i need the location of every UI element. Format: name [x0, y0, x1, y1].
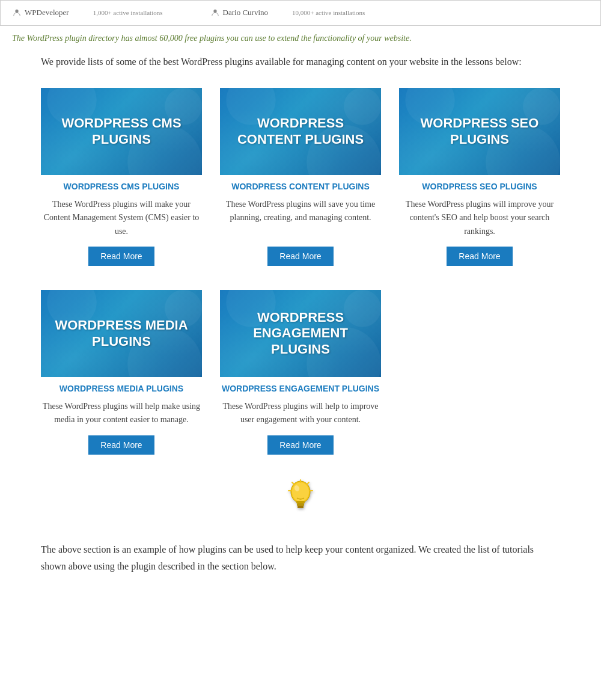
author1-stats: 1,000+ active installations	[93, 8, 163, 19]
svg-rect-21	[297, 506, 304, 508]
card-seo-description: These WordPress plugins will improve you…	[399, 198, 560, 238]
card-media: WORDPRESS MEDIA PLUGINS WORDPRESS MEDIA …	[41, 290, 202, 454]
card-engagement-title: WORDPRESS ENGAGEMENT PLUGINS	[222, 383, 379, 395]
author1-stats-text: 1,000+ active installations	[93, 8, 163, 19]
svg-rect-19	[296, 501, 305, 503]
author1-item: WPDeveloper	[13, 7, 69, 19]
empty-card-slot	[399, 290, 560, 454]
user-icon-1	[13, 8, 21, 17]
card-content-image: WORDPRESS CONTENT PLUGINS	[220, 88, 381, 175]
lightbulb-section	[41, 479, 560, 530]
card-media-read-more[interactable]: Read More	[88, 435, 154, 455]
card-cms-image-text: WORDPRESS CMS PLUGINS	[41, 109, 202, 153]
card-engagement-image-text: WORDPRESS ENGAGEMENT PLUGINS	[220, 304, 381, 363]
card-seo-image-text: WORDPRESS SEO PLUGINS	[399, 109, 560, 153]
author2-name: Dario Curvino	[223, 7, 268, 19]
card-seo-image: WORDPRESS SEO PLUGINS	[399, 88, 560, 175]
svg-rect-20	[297, 503, 304, 506]
card-cms: WORDPRESS CMS PLUGINS WORDPRESS CMS PLUG…	[41, 88, 202, 266]
card-media-title: WORDPRESS MEDIA PLUGINS	[59, 383, 183, 395]
main-content: We provide lists of some of the best Wor…	[0, 48, 601, 592]
page-wrapper: WPDeveloper 1,000+ active installations …	[0, 0, 601, 592]
card-content-read-more[interactable]: Read More	[267, 247, 333, 266]
svg-line-26	[292, 482, 294, 484]
card-engagement-read-more[interactable]: Read More	[267, 435, 333, 455]
card-content: WORDPRESS CONTENT PLUGINS WORDPRESS CONT…	[220, 88, 381, 266]
card-media-description: These WordPress plugins will help make u…	[41, 400, 202, 427]
author2-stats-text: 10,000+ active installations	[292, 8, 365, 19]
card-seo-read-more[interactable]: Read More	[447, 247, 512, 266]
card-content-title: WORDPRESS CONTENT PLUGINS	[231, 181, 369, 193]
cards-grid-top: WORDPRESS CMS PLUGINS WORDPRESS CMS PLUG…	[41, 88, 560, 266]
card-engagement-image: WORDPRESS ENGAGEMENT PLUGINS	[220, 290, 381, 377]
svg-point-0	[15, 10, 18, 13]
intro-italic-text: The WordPress plugin directory has almos…	[0, 26, 601, 48]
lightbulb-icon	[285, 479, 316, 530]
svg-point-18	[292, 482, 309, 502]
card-cms-read-more[interactable]: Read More	[88, 247, 154, 266]
card-media-image-text: WORDPRESS MEDIA PLUGINS	[41, 312, 202, 355]
card-content-image-text: WORDPRESS CONTENT PLUGINS	[220, 109, 381, 153]
top-bar: WPDeveloper 1,000+ active installations …	[0, 0, 601, 26]
svg-line-24	[307, 482, 309, 484]
card-content-description: These WordPress plugins will save you ti…	[220, 198, 381, 238]
author2-item: Dario Curvino	[211, 7, 268, 19]
lightbulb-svg	[285, 479, 316, 516]
bottom-paragraph: The above section is an example of how p…	[41, 541, 560, 574]
intro-paragraph: We provide lists of some of the best Wor…	[41, 54, 560, 70]
card-media-image: WORDPRESS MEDIA PLUGINS	[41, 290, 202, 377]
author1-name: WPDeveloper	[25, 7, 69, 19]
cards-grid-bottom: WORDPRESS MEDIA PLUGINS WORDPRESS MEDIA …	[41, 290, 560, 454]
author2-stats: 10,000+ active installations	[292, 8, 365, 19]
card-cms-description: These WordPress plugins will make your C…	[41, 198, 202, 238]
user-icon-2	[211, 8, 219, 17]
card-engagement: WORDPRESS ENGAGEMENT PLUGINS WORDPRESS E…	[220, 290, 381, 454]
svg-point-1	[213, 10, 216, 13]
card-seo: WORDPRESS SEO PLUGINS WORDPRESS SEO PLUG…	[399, 88, 560, 266]
card-engagement-description: These WordPress plugins will help to imp…	[220, 400, 381, 427]
card-cms-image: WORDPRESS CMS PLUGINS	[41, 88, 202, 175]
card-seo-title: WORDPRESS SEO PLUGINS	[422, 181, 537, 193]
card-cms-title: WORDPRESS CMS PLUGINS	[64, 181, 180, 193]
